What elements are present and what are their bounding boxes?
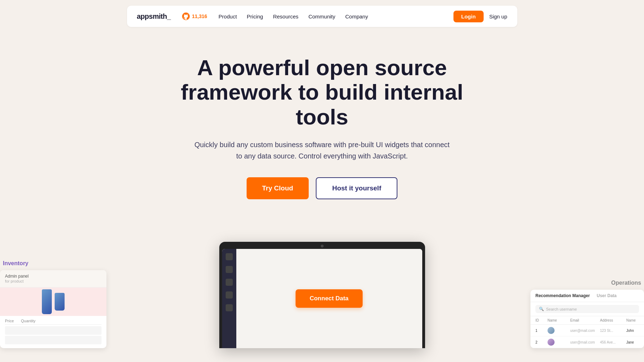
inventory-panel: Inventory Admin panel for product Price … — [0, 260, 106, 348]
nav-community[interactable]: Community — [308, 13, 335, 20]
search-icon: 🔍 — [539, 307, 544, 311]
inventory-product-image — [0, 288, 106, 316]
nav-resources[interactable]: Resources — [273, 13, 298, 20]
sidebar-icon-4 — [226, 291, 233, 299]
github-count: 11,316 — [192, 13, 207, 19]
avatar — [547, 339, 555, 346]
table-row: 1 user@mail.com 123 St... John — [530, 325, 644, 336]
login-button[interactable]: Login — [453, 11, 484, 22]
operations-label: Operations — [530, 280, 644, 286]
product-bottle — [42, 289, 52, 314]
screen-content: Connect Data — [236, 249, 422, 348]
hero-title: A powerful open source framework to buil… — [170, 55, 475, 129]
nav-pricing[interactable]: Pricing — [247, 13, 263, 20]
inventory-label: Inventory — [0, 260, 106, 267]
search-mock: 🔍 Search username — [535, 305, 639, 313]
inventory-card: Admin panel for product Price Quantity — [0, 270, 106, 348]
navbar: appsmith_ 11,316 Product Pricing Resourc… — [127, 6, 517, 27]
table-row: 2 user@mail.com 456 Ave... Jane — [530, 336, 644, 348]
inventory-table: Price Quantity — [0, 316, 106, 348]
sidebar-icon-1 — [226, 253, 233, 260]
operations-header: Recommendation Manager User Data — [530, 290, 644, 302]
connect-data-button[interactable]: Connect Data — [296, 289, 363, 308]
laptop-screen: Connect Data — [222, 249, 422, 348]
nav-links: Product Pricing Resources Community Comp… — [219, 13, 453, 20]
try-cloud-button[interactable]: Try Cloud — [247, 177, 309, 199]
github-icon — [182, 12, 190, 20]
laptop-frame: Connect Data — [219, 242, 425, 348]
laptop-camera — [321, 245, 324, 247]
github-link[interactable]: 11,316 — [182, 12, 207, 20]
inventory-table-headers: Price Quantity — [5, 319, 101, 325]
nav-company[interactable]: Company — [345, 13, 368, 20]
main-screen: Connect Data — [219, 242, 425, 348]
sidebar-icon-5 — [226, 304, 233, 311]
operations-table-headers: ID Name Email Address Name — [530, 316, 644, 325]
host-yourself-button[interactable]: Host it yourself — [316, 177, 397, 199]
operations-panel: Operations Recommendation Manager User D… — [530, 280, 644, 348]
operations-card: Recommendation Manager User Data 🔍 Searc… — [530, 290, 644, 348]
demo-section: Inventory Admin panel for product Price … — [0, 235, 644, 348]
nav-actions: Login Sign up — [453, 11, 507, 22]
avatar — [547, 327, 555, 334]
sidebar-icon-3 — [226, 279, 233, 286]
screen-sidebar — [222, 249, 236, 348]
product-bottle-2 — [55, 293, 65, 311]
signup-button[interactable]: Sign up — [489, 13, 507, 20]
hero-section: A powerful open source framework to buil… — [163, 33, 482, 235]
hero-subtitle: Quickly build any custom business softwa… — [191, 139, 453, 162]
nav-product[interactable]: Product — [219, 13, 237, 20]
hero-buttons: Try Cloud Host it yourself — [170, 177, 475, 199]
table-row — [5, 326, 101, 335]
table-row — [5, 336, 101, 344]
sidebar-icon-2 — [226, 266, 233, 273]
logo: appsmith_ — [137, 12, 171, 21]
search-area: 🔍 Search username — [530, 302, 644, 316]
inventory-card-header: Admin panel for product — [0, 270, 106, 288]
